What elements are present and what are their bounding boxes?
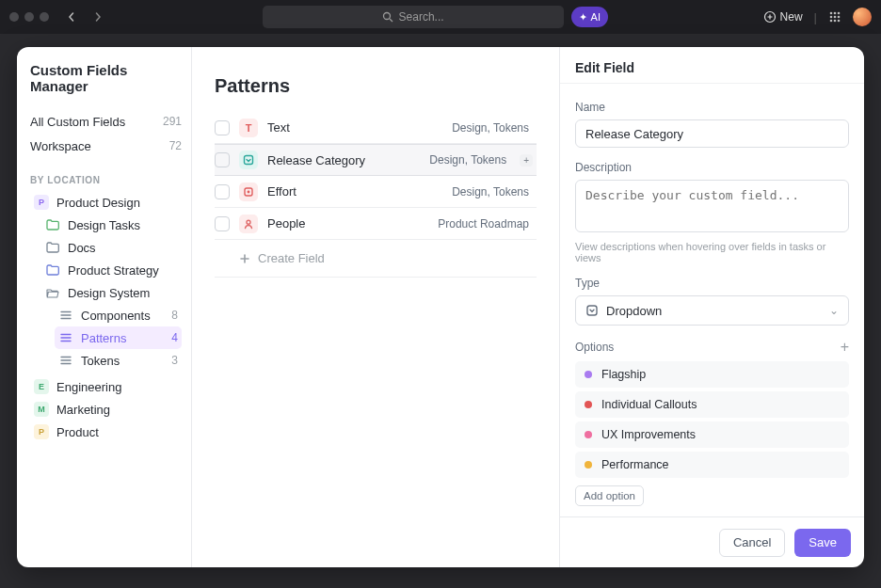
global-search[interactable]: Search...: [263, 6, 564, 28]
row-checkbox[interactable]: [215, 120, 230, 135]
dropdown-field-icon: [239, 151, 258, 169]
user-avatar[interactable]: [853, 8, 872, 26]
titlebar: Search... ✦ AI New |: [0, 0, 881, 34]
space-product-design[interactable]: P Product Design: [30, 191, 182, 214]
svg-point-24: [247, 220, 250, 224]
svg-rect-21: [245, 156, 253, 165]
svg-point-6: [830, 16, 833, 19]
folder-icon: [45, 242, 60, 253]
description-input[interactable]: [575, 180, 849, 232]
dropdown-option[interactable]: Performance: [575, 452, 849, 478]
folder-design-system[interactable]: Design System: [41, 281, 182, 304]
save-button[interactable]: Save: [794, 529, 851, 557]
space-product[interactable]: P Product: [30, 421, 182, 443]
close-dot[interactable]: [9, 12, 19, 22]
sidebar-section-label: BY LOCATION: [30, 175, 182, 185]
minimize-dot[interactable]: [24, 12, 34, 22]
field-row-release-category[interactable]: Release Category Design, Tokens +: [215, 144, 537, 176]
text-field-icon: T: [239, 119, 258, 137]
color-swatch: [585, 431, 592, 438]
name-input[interactable]: [575, 119, 849, 148]
svg-point-8: [838, 16, 841, 19]
row-checkbox[interactable]: [215, 152, 230, 167]
svg-rect-25: [587, 306, 597, 315]
svg-point-0: [383, 13, 390, 20]
folder-design-tasks[interactable]: Design Tasks: [41, 214, 182, 236]
field-location: Design, Tokens: [452, 185, 529, 199]
svg-point-7: [834, 16, 837, 19]
color-swatch: [585, 401, 592, 408]
options-label: Options: [575, 341, 614, 354]
svg-point-10: [834, 20, 837, 23]
list-patterns[interactable]: Patterns 4: [55, 326, 182, 349]
plus-icon: [239, 253, 250, 264]
svg-point-4: [834, 12, 837, 15]
search-placeholder: Search...: [399, 10, 444, 24]
folder-docs[interactable]: Docs: [41, 236, 182, 259]
sidebar-workspace[interactable]: Workspace 72: [30, 134, 182, 158]
space-letter-icon: P: [34, 195, 49, 210]
folder-icon: [45, 264, 60, 276]
nav-forward[interactable]: [88, 6, 107, 28]
new-button[interactable]: New: [763, 10, 803, 24]
list-icon: [58, 310, 73, 320]
svg-point-5: [838, 12, 841, 15]
sparkle-icon: ✦: [579, 11, 587, 24]
list-tokens[interactable]: Tokens 3: [55, 349, 182, 372]
folder-icon: [45, 219, 60, 230]
custom-fields-modal: Custom Fields Manager All Custom Fields …: [17, 47, 864, 567]
window-controls: [9, 12, 49, 22]
color-swatch: [585, 371, 592, 378]
field-row-text[interactable]: T Text Design, Tokens: [215, 112, 537, 144]
svg-point-9: [830, 20, 833, 23]
sidebar-title: Custom Fields Manager: [30, 62, 182, 94]
svg-line-1: [390, 19, 392, 22]
field-row-people[interactable]: People Product Roadmap: [215, 208, 537, 240]
list-icon: [58, 333, 73, 342]
cancel-button[interactable]: Cancel: [719, 529, 785, 557]
space-marketing[interactable]: M Marketing: [30, 398, 182, 421]
edit-field-panel: Edit Field Name Description View descrip…: [559, 47, 864, 567]
panel-title: Edit Field: [560, 47, 864, 84]
folder-product-strategy[interactable]: Product Strategy: [41, 259, 182, 281]
apps-icon[interactable]: [828, 10, 841, 24]
dropdown-option[interactable]: UX Improvements: [575, 421, 849, 448]
sidebar: Custom Fields Manager All Custom Fields …: [17, 47, 192, 567]
color-swatch: [585, 461, 592, 469]
svg-point-11: [838, 20, 841, 23]
svg-point-3: [830, 12, 833, 15]
row-checkbox[interactable]: [215, 184, 230, 199]
folder-open-icon: [45, 287, 60, 298]
chevron-down-icon: ⌄: [829, 304, 839, 317]
field-location: Design, Tokens: [452, 121, 529, 135]
list-heading: Patterns: [215, 75, 537, 97]
extra-locations-chip[interactable]: +: [520, 154, 533, 167]
space-letter-icon: E: [34, 379, 49, 394]
dropdown-type-icon: [585, 304, 599, 317]
field-location: Product Roadmap: [438, 217, 529, 230]
sidebar-all-custom-fields[interactable]: All Custom Fields 291: [30, 109, 182, 134]
list-components[interactable]: Components 8: [55, 304, 182, 326]
space-engineering[interactable]: E Engineering: [30, 375, 182, 398]
add-option-button[interactable]: Add option: [575, 485, 644, 506]
name-label: Name: [575, 101, 849, 114]
fields-list-pane: Patterns T Text Design, Tokens Release C…: [192, 47, 559, 567]
row-checkbox[interactable]: [215, 216, 230, 231]
field-row-effort[interactable]: Effort Design, Tokens: [215, 176, 537, 208]
description-label: Description: [575, 161, 849, 174]
type-select[interactable]: Dropdown ⌄: [575, 295, 849, 326]
description-hint: View descriptions when hovering over fie…: [575, 241, 849, 263]
add-option-icon[interactable]: +: [841, 339, 849, 356]
space-letter-icon: P: [34, 424, 49, 439]
field-location: Design, Tokens: [429, 153, 506, 167]
dropdown-option[interactable]: Flagship: [575, 361, 849, 388]
zoom-dot[interactable]: [40, 12, 49, 22]
create-field-button[interactable]: Create Field: [215, 240, 537, 278]
people-field-icon: [239, 215, 258, 233]
dropdown-option[interactable]: Individual Callouts: [575, 391, 849, 418]
svg-point-23: [248, 190, 250, 193]
ai-button[interactable]: ✦ AI: [571, 7, 608, 27]
type-label: Type: [575, 277, 849, 290]
nav-back[interactable]: [62, 6, 81, 28]
plus-circle-icon: [763, 10, 777, 24]
